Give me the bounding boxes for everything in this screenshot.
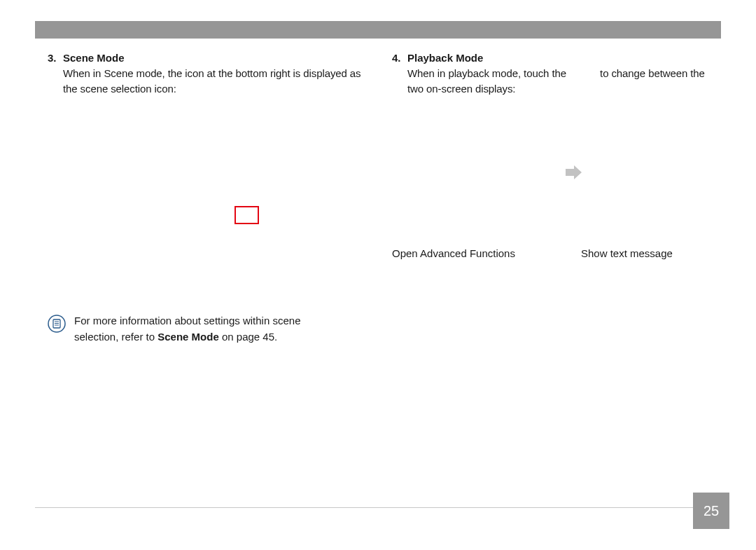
playback-mode-desc: When in playback mode, touch the to chan… [407, 67, 705, 95]
list-number-3: 3. [48, 50, 63, 66]
scene-mode-desc: When in Scene mode, the icon at the bott… [63, 67, 361, 95]
scene-mode-title: Scene Mode [63, 52, 125, 64]
page-number: 25 [693, 493, 729, 529]
scene-selection-highlight-box [234, 206, 259, 224]
playback-figure-right [594, 113, 720, 232]
note-text: For more information about settings with… [74, 313, 347, 345]
footer-divider [35, 507, 693, 508]
list-number-4: 4. [392, 50, 407, 66]
playback-figure-row [392, 113, 721, 232]
caption-open-advanced: Open Advanced Functions [392, 247, 581, 259]
header-bar [35, 21, 721, 39]
section-playback-mode: 4. Playback Mode When in playback mode, … [392, 50, 721, 345]
playback-mode-title: Playback Mode [407, 52, 483, 64]
playback-figure-left [392, 113, 553, 232]
playback-captions: Open Advanced Functions Show text messag… [392, 247, 721, 259]
caption-show-text: Show text message [581, 247, 721, 259]
arrow-right-icon [563, 162, 584, 183]
section-scene-mode: 3. Scene Mode When in Scene mode, the ic… [48, 50, 371, 345]
note-icon [48, 315, 66, 333]
